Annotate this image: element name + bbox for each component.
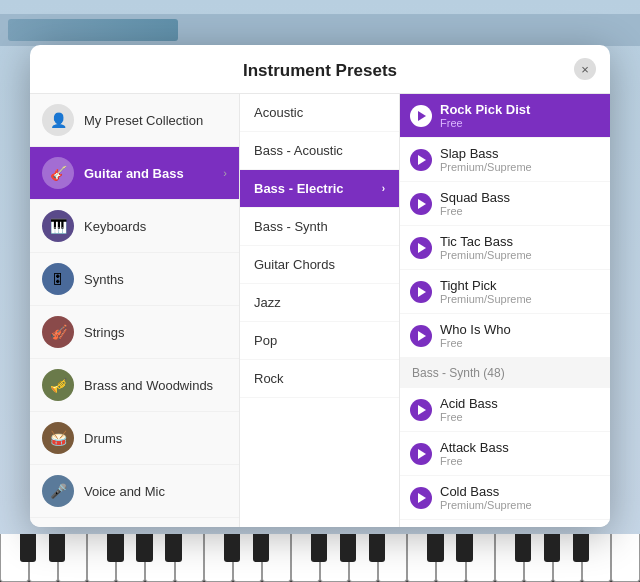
- preset-name: Who Is Who: [440, 322, 511, 337]
- black-key: [544, 534, 560, 562]
- preset-badge: Premium/Supreme: [440, 161, 532, 173]
- subcategory-item-jazz[interactable]: Jazz: [240, 284, 399, 322]
- preset-name: Slap Bass: [440, 146, 532, 161]
- play-button[interactable]: [410, 193, 432, 215]
- preset-badge: Free: [440, 117, 530, 129]
- subcategory-item-bass-electric[interactable]: Bass - Electric›: [240, 170, 399, 208]
- preset-info: Acid BassFree: [440, 396, 498, 423]
- sidebar-item-strings[interactable]: 🎻Strings: [30, 306, 239, 359]
- preset-info: Cold BassPremium/Supreme: [440, 484, 532, 511]
- modal-header: Instrument Presets ×: [30, 45, 610, 94]
- subcategory-label: Rock: [254, 371, 284, 386]
- preset-item-cold-bass[interactable]: Cold BassPremium/Supreme: [400, 476, 610, 520]
- black-key: [107, 534, 123, 562]
- close-button[interactable]: ×: [574, 58, 596, 80]
- preset-item-crop-bass[interactable]: Crop BassPremium/Pro/Supreme: [400, 520, 610, 527]
- preset-name: Tic Tac Bass: [440, 234, 532, 249]
- piano-keyboard: // Generate piano keys inline const pian…: [0, 534, 640, 582]
- subcategory-item-acoustic[interactable]: Acoustic: [240, 94, 399, 132]
- preset-badge: Premium/Supreme: [440, 293, 532, 305]
- white-key: [0, 534, 29, 582]
- play-icon: [418, 243, 426, 253]
- preset-item-tic-tac-bass[interactable]: Tic Tac BassPremium/Supreme: [400, 226, 610, 270]
- preset-item-slap-bass[interactable]: Slap BassPremium/Supreme: [400, 138, 610, 182]
- chevron-right-icon: ›: [382, 183, 385, 194]
- preset-item-who-is-who[interactable]: Who Is WhoFree: [400, 314, 610, 358]
- black-key: [165, 534, 181, 562]
- black-key: [136, 534, 152, 562]
- category-icon: 🎺: [42, 369, 74, 401]
- preset-info: Squad BassFree: [440, 190, 510, 217]
- preset-info: Tic Tac BassPremium/Supreme: [440, 234, 532, 261]
- subcategory-item-pop[interactable]: Pop: [240, 322, 399, 360]
- black-key: [573, 534, 589, 562]
- category-icon: 🥁: [42, 422, 74, 454]
- sidebar-item-drums[interactable]: 🥁Drums: [30, 412, 239, 465]
- play-button[interactable]: [410, 399, 432, 421]
- preset-name: Acid Bass: [440, 396, 498, 411]
- subcategory-item-bass-synth[interactable]: Bass - Synth: [240, 208, 399, 246]
- instrument-presets-modal: Instrument Presets × 👤My Preset Collecti…: [30, 45, 610, 527]
- subcategory-label: Guitar Chords: [254, 257, 335, 272]
- black-key: [20, 534, 36, 562]
- category-label: My Preset Collection: [84, 113, 227, 128]
- play-icon: [418, 111, 426, 121]
- preset-badge: Free: [440, 205, 510, 217]
- subcategory-item-guitar-chords[interactable]: Guitar Chords: [240, 246, 399, 284]
- preset-name: Cold Bass: [440, 484, 532, 499]
- daw-track: [0, 14, 640, 46]
- white-key: [611, 534, 640, 582]
- preset-info: Tight PickPremium/Supreme: [440, 278, 532, 305]
- preset-name: Squad Bass: [440, 190, 510, 205]
- white-key: [495, 534, 524, 582]
- preset-info: Who Is WhoFree: [440, 322, 511, 349]
- category-icon: 🎻: [42, 316, 74, 348]
- subcategory-label: Bass - Electric: [254, 181, 344, 196]
- category-label: Drums: [84, 431, 227, 446]
- play-button[interactable]: [410, 325, 432, 347]
- subcategory-item-rock[interactable]: Rock: [240, 360, 399, 398]
- preset-info: Slap BassPremium/Supreme: [440, 146, 532, 173]
- preset-section-header: Bass - Synth (48): [400, 358, 610, 388]
- category-label: Brass and Woodwinds: [84, 378, 227, 393]
- play-button[interactable]: [410, 149, 432, 171]
- play-button[interactable]: [410, 443, 432, 465]
- white-key: [204, 534, 233, 582]
- black-key: [253, 534, 269, 562]
- black-key: [224, 534, 240, 562]
- play-icon: [418, 331, 426, 341]
- play-button[interactable]: [410, 105, 432, 127]
- preset-item-tight-pick[interactable]: Tight PickPremium/Supreme: [400, 270, 610, 314]
- black-key: [340, 534, 356, 562]
- black-key: [311, 534, 327, 562]
- preset-info: Rock Pick DistFree: [440, 102, 530, 129]
- subcategory-label: Acoustic: [254, 105, 303, 120]
- white-key: [407, 534, 436, 582]
- preset-item-rock-pick-dist[interactable]: Rock Pick DistFree: [400, 94, 610, 138]
- preset-item-squad-bass[interactable]: Squad BassFree: [400, 182, 610, 226]
- sidebar-item-guitar-bass[interactable]: 🎸Guitar and Bass›: [30, 147, 239, 200]
- sidebar-item-keyboards[interactable]: 🎹Keyboards: [30, 200, 239, 253]
- subcategory-item-bass-acoustic[interactable]: Bass - Acoustic: [240, 132, 399, 170]
- sidebar-item-amps[interactable]: 🔊Guitar and Bass Amps: [30, 518, 239, 527]
- track-waveform: [8, 19, 178, 41]
- category-label: Keyboards: [84, 219, 227, 234]
- sidebar-item-my-preset[interactable]: 👤My Preset Collection: [30, 94, 239, 147]
- preset-item-acid-bass[interactable]: Acid BassFree: [400, 388, 610, 432]
- preset-item-attack-bass[interactable]: Attack BassFree: [400, 432, 610, 476]
- play-button[interactable]: [410, 487, 432, 509]
- sidebar-item-synths[interactable]: 🎛Synths: [30, 253, 239, 306]
- chevron-right-icon: ›: [223, 167, 227, 179]
- black-key: [427, 534, 443, 562]
- preset-badge: Premium/Supreme: [440, 249, 532, 261]
- play-button[interactable]: [410, 281, 432, 303]
- sidebar-item-brass[interactable]: 🎺Brass and Woodwinds: [30, 359, 239, 412]
- preset-badge: Premium/Supreme: [440, 499, 532, 511]
- category-icon: 👤: [42, 104, 74, 136]
- category-icon: 🎛: [42, 263, 74, 295]
- play-button[interactable]: [410, 237, 432, 259]
- preset-info: Attack BassFree: [440, 440, 509, 467]
- category-label: Voice and Mic: [84, 484, 227, 499]
- category-icon: 🎤: [42, 475, 74, 507]
- sidebar-item-voice[interactable]: 🎤Voice and Mic: [30, 465, 239, 518]
